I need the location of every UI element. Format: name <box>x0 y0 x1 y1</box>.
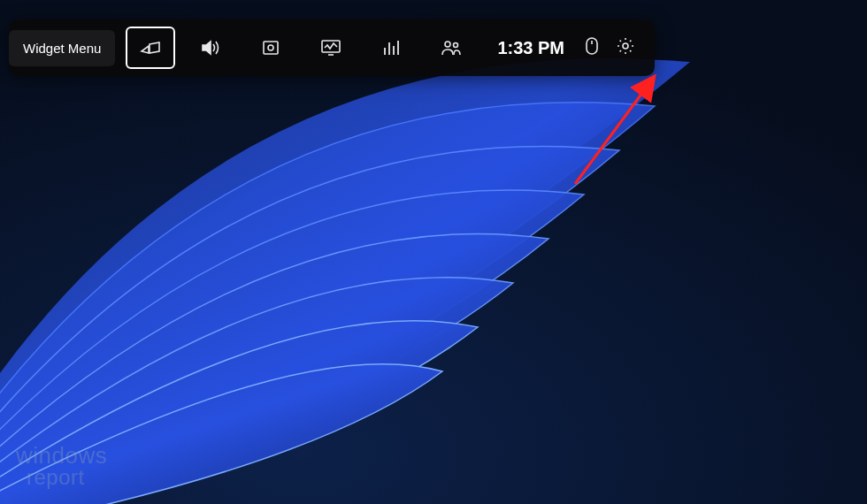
svg-point-10 <box>454 43 458 48</box>
tooltip-label: Widget Menu <box>23 41 101 56</box>
mouse-button[interactable] <box>575 27 609 69</box>
gear-icon <box>616 36 635 59</box>
svg-point-13 <box>623 43 628 49</box>
settings-button[interactable] <box>609 27 642 69</box>
svg-point-9 <box>445 42 450 47</box>
xbox-social-button[interactable] <box>426 27 476 69</box>
capture-button[interactable] <box>246 27 295 69</box>
svg-rect-1 <box>264 42 278 54</box>
speaker-icon <box>200 38 221 57</box>
xbox-game-bar: Widget Menu <box>9 19 655 76</box>
svg-point-2 <box>268 45 273 50</box>
bar-chart-icon <box>381 39 401 57</box>
tooltip-widget-menu: Widget Menu <box>9 30 115 66</box>
watermark-line1: windows <box>16 444 107 467</box>
clock: 1:33 PM <box>497 38 564 58</box>
clock-time: 1:33 PM <box>497 38 564 57</box>
mouse-icon <box>585 36 599 59</box>
widgets-button[interactable] <box>126 27 175 69</box>
watermark-line2: report <box>27 467 107 488</box>
monitor-icon <box>320 38 341 57</box>
performance-button[interactable] <box>306 27 356 69</box>
people-icon <box>440 39 463 57</box>
watermark: windows report <box>16 444 107 488</box>
audio-button[interactable] <box>186 27 235 69</box>
capture-icon <box>261 38 280 57</box>
resources-button[interactable] <box>366 27 416 69</box>
svg-rect-11 <box>587 38 597 54</box>
widgets-icon <box>140 39 161 57</box>
